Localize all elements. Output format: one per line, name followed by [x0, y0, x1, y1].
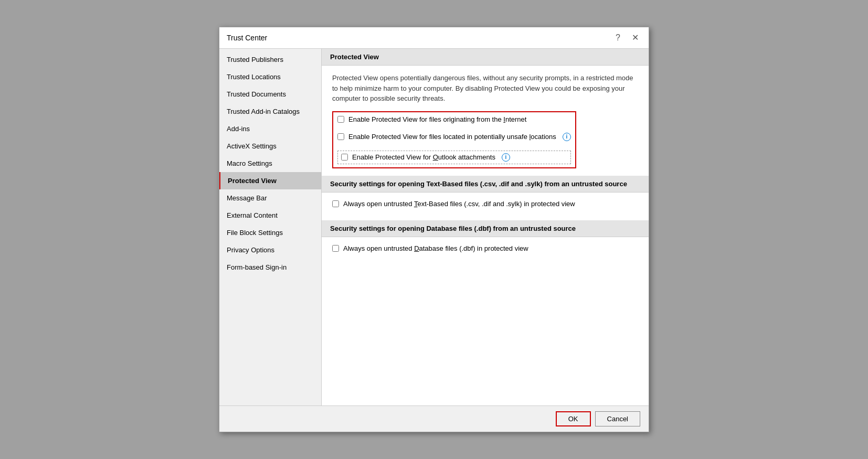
section1-description: Protected View opens potentially dangero…: [332, 73, 638, 104]
enable-protected-view-outlook-label[interactable]: Enable Protected View for Outlook attach…: [352, 153, 495, 161]
sidebar-item-message-bar[interactable]: Message Bar: [219, 189, 321, 207]
close-button[interactable]: ✕: [629, 33, 641, 43]
sidebar-item-trusted-locations[interactable]: Trusted Locations: [219, 68, 321, 86]
checkbox-row-1: Enable Protected View for files originat…: [337, 115, 571, 123]
help-button[interactable]: ?: [613, 33, 623, 43]
underline-o: O: [433, 153, 438, 161]
section3-title: Security settings for opening Database f…: [330, 225, 576, 232]
sidebar-item-privacy-options[interactable]: Privacy Options: [219, 241, 321, 259]
sidebar-item-trusted-addin-catalogs[interactable]: Trusted Add-in Catalogs: [219, 103, 321, 120]
enable-protected-view-outlook-checkbox[interactable]: [341, 154, 348, 161]
underline-t: T: [414, 200, 418, 208]
info-icon-outlook[interactable]: i: [502, 153, 510, 162]
section2-title: Security settings for opening Text-Based…: [330, 180, 627, 188]
info-icon-unsafe[interactable]: i: [563, 133, 571, 141]
sidebar-item-macro-settings[interactable]: Macro Settings: [219, 155, 321, 172]
ok-button[interactable]: OK: [556, 411, 591, 426]
underline-i: I: [503, 115, 505, 123]
sidebar-item-activex-settings[interactable]: ActiveX Settings: [219, 137, 321, 155]
highlighted-checkboxes: Enable Protected View for files originat…: [332, 111, 576, 168]
trust-center-dialog: Trust Center ? ✕ Trusted Publishers Trus…: [219, 27, 649, 432]
sidebar-item-addins[interactable]: Add-ins: [219, 120, 321, 137]
cancel-button[interactable]: Cancel: [595, 411, 640, 426]
dialog-title: Trust Center: [227, 34, 267, 42]
always-open-database-checkbox[interactable]: [332, 245, 339, 252]
always-open-text-based-label[interactable]: Always open untrusted Text-Based files (…: [343, 200, 575, 208]
section2-header: Security settings for opening Text-Based…: [322, 176, 649, 193]
sidebar-item-file-block-settings[interactable]: File Block Settings: [219, 224, 321, 241]
always-open-database-label[interactable]: Always open untrusted Database files (.d…: [343, 244, 528, 252]
section2-body: Always open untrusted Text-Based files (…: [322, 193, 649, 220]
title-bar-controls: ? ✕: [613, 33, 641, 43]
sidebar-item-protected-view[interactable]: Protected View: [219, 172, 321, 189]
dialog-footer: OK Cancel: [219, 405, 649, 432]
sidebar-item-external-content[interactable]: External Content: [219, 207, 321, 224]
sidebar-item-trusted-publishers[interactable]: Trusted Publishers: [219, 51, 321, 68]
checkbox-row-3-dashed: Enable Protected View for Outlook attach…: [337, 151, 571, 164]
checkbox-row-4: Always open untrusted Text-Based files (…: [332, 200, 638, 208]
underline-l: l: [529, 133, 531, 141]
section1-header: Protected View: [322, 49, 649, 66]
dialog-body: Trusted Publishers Trusted Locations Tru…: [219, 49, 649, 405]
title-bar: Trust Center ? ✕: [219, 27, 649, 49]
sidebar: Trusted Publishers Trusted Locations Tru…: [219, 49, 322, 405]
section1-body: Protected View opens potentially dangero…: [322, 66, 649, 176]
underline-d: D: [414, 244, 419, 252]
sidebar-item-trusted-documents[interactable]: Trusted Documents: [219, 86, 321, 103]
enable-protected-view-internet-label[interactable]: Enable Protected View for files originat…: [348, 115, 526, 123]
enable-protected-view-unsafe-checkbox[interactable]: [337, 133, 344, 140]
content-area: Protected View Protected View opens pote…: [322, 49, 649, 405]
enable-protected-view-unsafe-label[interactable]: Enable Protected View for files located …: [348, 133, 556, 141]
section3-header: Security settings for opening Database f…: [322, 220, 649, 237]
checkbox-row-2: Enable Protected View for files located …: [337, 133, 571, 141]
sidebar-item-form-sign-in[interactable]: Form-based Sign-in: [219, 259, 321, 276]
section3-body: Always open untrusted Database files (.d…: [322, 237, 649, 265]
checkbox-row-5: Always open untrusted Database files (.d…: [332, 244, 638, 252]
enable-protected-view-internet-checkbox[interactable]: [337, 116, 344, 123]
section1-title: Protected View: [330, 53, 379, 61]
always-open-text-based-checkbox[interactable]: [332, 200, 339, 207]
